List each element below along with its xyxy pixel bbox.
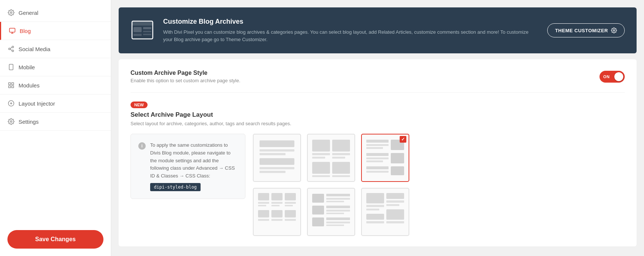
svg-rect-89 (386, 209, 404, 220)
custom-archive-toggle[interactable]: ON (600, 71, 625, 83)
svg-point-4 (12, 46, 14, 48)
svg-rect-86 (386, 204, 399, 206)
sidebar-item-label: Layout Injector (19, 100, 55, 107)
svg-rect-79 (326, 222, 350, 223)
svg-rect-40 (312, 175, 330, 177)
sidebar-item-mobile[interactable]: Mobile (0, 58, 111, 76)
layout-option-6[interactable] (361, 188, 409, 236)
svg-rect-42 (332, 175, 350, 177)
svg-rect-32 (260, 171, 285, 173)
banner-title: Customize Blog Archives (163, 18, 538, 26)
archive-section: NEW Select Archive Page Layout Select la… (131, 93, 625, 236)
sidebar: General Blog Social Media Mobile Modules… (0, 0, 111, 256)
info-content: To apply the same customizations to Divi… (150, 142, 238, 191)
layout-option-4[interactable] (253, 188, 301, 236)
sidebar-item-social-media[interactable]: Social Media (0, 40, 111, 58)
section-title: Select Archive Page Layout (131, 111, 625, 119)
svg-rect-49 (366, 160, 383, 162)
toggle-description: Enable this option to set custom archive… (131, 78, 240, 83)
svg-rect-71 (326, 198, 350, 200)
svg-rect-60 (285, 193, 296, 200)
sidebar-item-layout-injector[interactable]: Layout Injector (0, 94, 111, 113)
svg-rect-51 (366, 166, 389, 169)
svg-rect-57 (271, 193, 283, 200)
svg-rect-61 (285, 202, 296, 204)
svg-rect-63 (258, 210, 269, 217)
settings-icon (7, 118, 15, 125)
svg-rect-72 (326, 201, 344, 202)
save-button[interactable]: Save Changes (7, 230, 103, 249)
svg-rect-12 (12, 83, 14, 84)
svg-rect-34 (312, 153, 330, 155)
svg-rect-90 (386, 221, 404, 223)
svg-point-18 (10, 121, 12, 123)
sidebar-item-label: Settings (19, 119, 39, 125)
svg-rect-30 (260, 158, 294, 165)
svg-rect-75 (326, 210, 350, 212)
info-box: i To apply the same customizations to Di… (131, 134, 245, 199)
banner-icon (131, 20, 154, 41)
share-icon (7, 45, 15, 53)
new-badge: NEW (131, 102, 148, 108)
layout-option-1[interactable] (253, 134, 301, 182)
main-content: Customize Blog Archives With Divi Pixel … (111, 0, 644, 256)
sidebar-item-modules[interactable]: Modules (0, 76, 111, 94)
svg-rect-74 (326, 206, 350, 208)
banner-text: Customize Blog Archives With Divi Pixel … (163, 18, 538, 43)
svg-rect-23 (143, 27, 151, 29)
sidebar-item-label: General (19, 10, 38, 16)
svg-rect-50 (391, 153, 404, 163)
sidebar-item-label: Blog (20, 28, 31, 34)
svg-rect-21 (133, 27, 142, 32)
svg-rect-84 (386, 193, 404, 199)
blog-icon (9, 27, 16, 34)
svg-rect-36 (332, 140, 350, 152)
modules-icon (7, 82, 15, 89)
toggle-row: Custom Archive Page Style Enable this op… (131, 70, 625, 93)
css-class-badge: dipi-styled-blog (150, 183, 201, 191)
sidebar-item-label: Modules (19, 82, 40, 89)
svg-rect-70 (326, 194, 350, 196)
svg-rect-45 (366, 147, 383, 149)
svg-rect-54 (258, 193, 269, 200)
svg-rect-47 (366, 153, 389, 156)
layout-options (253, 134, 409, 236)
svg-rect-85 (386, 200, 404, 203)
svg-rect-43 (366, 140, 389, 143)
svg-point-0 (10, 12, 12, 14)
layout-option-3[interactable] (361, 134, 409, 182)
sidebar-item-general[interactable]: General (0, 4, 111, 22)
theme-customizer-button[interactable]: THEME CUSTOMIZER (547, 23, 625, 37)
svg-rect-82 (366, 205, 384, 207)
svg-rect-76 (326, 213, 344, 214)
content-card: Custom Archive Page Style Enable this op… (119, 59, 637, 246)
banner-description: With Divi Pixel you can customize blog a… (163, 29, 538, 43)
svg-rect-81 (366, 193, 384, 203)
svg-rect-27 (260, 140, 294, 147)
toggle-knob (614, 72, 623, 81)
svg-line-7 (10, 49, 12, 50)
svg-rect-29 (260, 153, 285, 155)
layout-option-5[interactable] (307, 188, 355, 236)
info-icon: i (138, 142, 146, 150)
svg-rect-46 (391, 140, 404, 150)
svg-rect-20 (132, 21, 153, 26)
svg-rect-56 (258, 205, 266, 206)
svg-rect-38 (332, 157, 345, 159)
svg-rect-22 (133, 34, 142, 36)
sidebar-item-settings[interactable]: Settings (0, 113, 111, 131)
svg-rect-83 (366, 209, 379, 210)
svg-rect-1 (10, 28, 15, 32)
layout-option-2[interactable] (307, 134, 355, 182)
svg-rect-62 (285, 205, 293, 206)
toggle-label-wrap: Custom Archive Page Style Enable this op… (131, 70, 240, 83)
svg-rect-73 (312, 206, 324, 215)
svg-rect-24 (143, 31, 151, 32)
svg-rect-58 (271, 202, 283, 204)
sidebar-item-blog[interactable]: Blog (0, 22, 111, 40)
svg-rect-41 (332, 162, 350, 174)
layout-grid: i To apply the same customizations to Di… (131, 134, 625, 236)
svg-line-8 (10, 47, 12, 49)
svg-rect-88 (366, 221, 384, 223)
svg-rect-31 (260, 167, 294, 169)
